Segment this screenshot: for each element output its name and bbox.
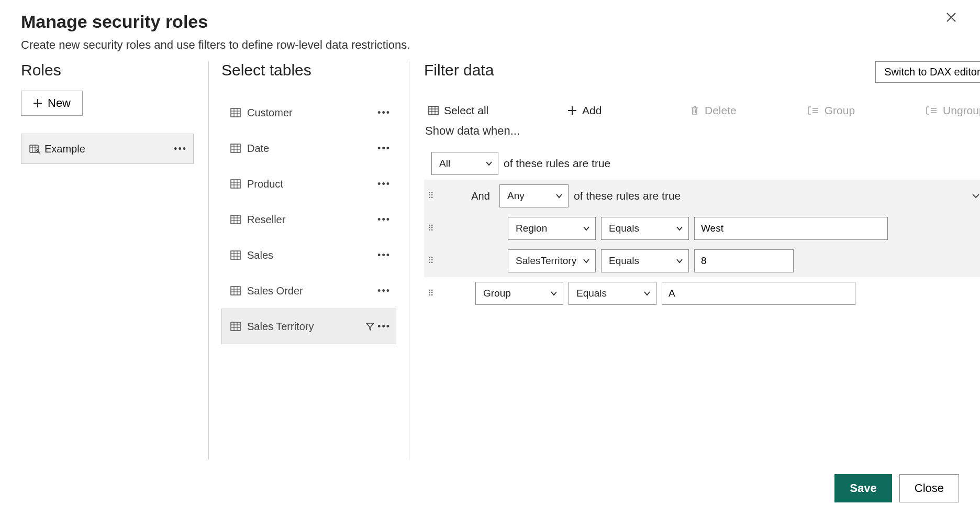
group-icon bbox=[808, 106, 819, 115]
value-input[interactable] bbox=[694, 249, 794, 272]
table-item-label: Customer bbox=[247, 107, 377, 119]
table-item[interactable]: Sales••• bbox=[221, 237, 396, 273]
table-icon bbox=[229, 250, 242, 260]
table-item-more-icon[interactable]: ••• bbox=[377, 250, 391, 261]
svg-rect-8 bbox=[429, 106, 438, 115]
table-item[interactable]: Sales Territory••• bbox=[221, 309, 396, 344]
dialog-title: Manage security roles bbox=[21, 12, 959, 32]
svg-rect-5 bbox=[231, 251, 240, 259]
operator-value: Equals bbox=[609, 255, 639, 267]
delete-rule-label: Delete bbox=[705, 104, 737, 117]
drag-handle-icon[interactable]: ⠿ bbox=[426, 257, 436, 265]
role-item[interactable]: Example ••• bbox=[21, 134, 194, 164]
table-item-more-icon[interactable]: ••• bbox=[377, 286, 391, 297]
table-item[interactable]: Product••• bbox=[221, 166, 396, 202]
select-all-button[interactable]: Select all bbox=[424, 102, 516, 119]
roles-heading: Roles bbox=[21, 61, 194, 79]
close-button[interactable]: Close bbox=[899, 474, 959, 502]
plus-icon bbox=[567, 106, 577, 115]
of-true-label: of these rules are true bbox=[504, 157, 610, 170]
chevron-down-icon bbox=[555, 193, 563, 199]
add-rule-button[interactable]: Add bbox=[563, 102, 641, 119]
operator-select[interactable]: Equals bbox=[601, 249, 689, 272]
value-input[interactable] bbox=[662, 282, 855, 305]
svg-rect-6 bbox=[231, 287, 240, 295]
table-icon bbox=[229, 286, 242, 295]
role-item-more-icon[interactable]: ••• bbox=[174, 144, 187, 155]
filter-heading: Filter data bbox=[424, 61, 494, 79]
collapse-group-icon[interactable] bbox=[972, 193, 980, 199]
table-icon bbox=[229, 215, 242, 224]
add-rule-label: Add bbox=[582, 104, 637, 117]
drag-handle-icon[interactable]: ⠿ bbox=[426, 289, 436, 298]
table-item-more-icon[interactable]: ••• bbox=[377, 179, 391, 190]
of-true-label: of these rules are true bbox=[574, 190, 681, 202]
svg-rect-7 bbox=[231, 322, 240, 331]
operator-value: Equals bbox=[609, 223, 639, 234]
table-item-label: Product bbox=[247, 178, 377, 190]
and-label: And bbox=[467, 190, 494, 202]
ungroup-rules-label: Ungroup bbox=[943, 104, 980, 117]
dialog-subtitle: Create new security roles and use filter… bbox=[21, 38, 959, 52]
drag-handle-icon[interactable]: ⠿ bbox=[426, 192, 436, 200]
chevron-down-icon bbox=[583, 226, 590, 231]
select-all-icon bbox=[428, 106, 439, 115]
table-icon bbox=[229, 179, 242, 189]
field-select[interactable]: SalesTerritoryKey bbox=[508, 249, 596, 272]
table-item-more-icon[interactable]: ••• bbox=[377, 214, 391, 225]
svg-rect-3 bbox=[231, 180, 240, 188]
chevron-down-icon bbox=[583, 258, 590, 264]
switch-dax-button[interactable]: Switch to DAX editor bbox=[875, 61, 980, 83]
table-icon bbox=[229, 322, 242, 331]
top-combiner-select[interactable]: All bbox=[431, 152, 498, 175]
field-value: Region bbox=[516, 223, 547, 234]
show-data-when-label: Show data when... bbox=[425, 124, 980, 138]
table-item[interactable]: Reseller••• bbox=[221, 202, 396, 237]
role-item-label: Example bbox=[44, 143, 174, 155]
ungroup-rules-button[interactable]: Ungroup bbox=[922, 102, 980, 119]
field-value: SalesTerritoryKey bbox=[516, 255, 577, 267]
chevron-down-icon bbox=[676, 258, 683, 264]
value-input[interactable] bbox=[694, 217, 888, 240]
new-role-button[interactable]: New bbox=[21, 91, 83, 116]
tables-heading: Select tables bbox=[221, 61, 396, 79]
group-rules-label: Group bbox=[825, 104, 855, 117]
chevron-down-icon bbox=[676, 226, 683, 231]
top-combiner-value: All bbox=[439, 158, 450, 169]
table-item-more-icon[interactable]: ••• bbox=[377, 321, 391, 332]
close-icon[interactable] bbox=[945, 12, 957, 23]
operator-select[interactable]: Equals bbox=[569, 282, 656, 305]
select-all-label: Select all bbox=[444, 104, 512, 117]
table-item[interactable]: Date••• bbox=[221, 130, 396, 166]
role-icon bbox=[28, 144, 42, 154]
table-item-more-icon[interactable]: ••• bbox=[377, 143, 391, 154]
svg-rect-4 bbox=[231, 215, 240, 224]
delete-rule-button[interactable]: Delete bbox=[686, 102, 741, 119]
field-value: Group bbox=[483, 288, 511, 299]
filter-icon bbox=[366, 322, 374, 331]
table-item-label: Sales Territory bbox=[247, 321, 366, 333]
table-item-label: Sales bbox=[247, 249, 377, 261]
group-combiner-select[interactable]: Any bbox=[499, 184, 569, 207]
plus-icon bbox=[33, 98, 42, 108]
table-item-label: Date bbox=[247, 143, 377, 155]
drag-handle-icon[interactable]: ⠿ bbox=[426, 224, 436, 233]
table-item-label: Reseller bbox=[247, 214, 377, 226]
svg-rect-1 bbox=[231, 108, 240, 117]
table-item[interactable]: Customer••• bbox=[221, 95, 396, 130]
field-select[interactable]: Group bbox=[475, 282, 563, 305]
operator-select[interactable]: Equals bbox=[601, 217, 689, 240]
svg-rect-2 bbox=[231, 144, 240, 152]
ungroup-icon bbox=[926, 106, 938, 115]
new-role-label: New bbox=[48, 96, 71, 110]
group-combiner-value: Any bbox=[507, 190, 525, 202]
table-item[interactable]: Sales Order••• bbox=[221, 273, 396, 309]
chevron-down-icon bbox=[550, 291, 558, 296]
group-rules-button[interactable]: Group bbox=[804, 102, 859, 119]
chevron-down-icon bbox=[643, 291, 651, 296]
table-item-more-icon[interactable]: ••• bbox=[377, 107, 391, 118]
table-icon bbox=[229, 144, 242, 153]
table-icon bbox=[229, 108, 242, 117]
save-button[interactable]: Save bbox=[834, 474, 892, 502]
field-select[interactable]: Region bbox=[508, 217, 596, 240]
